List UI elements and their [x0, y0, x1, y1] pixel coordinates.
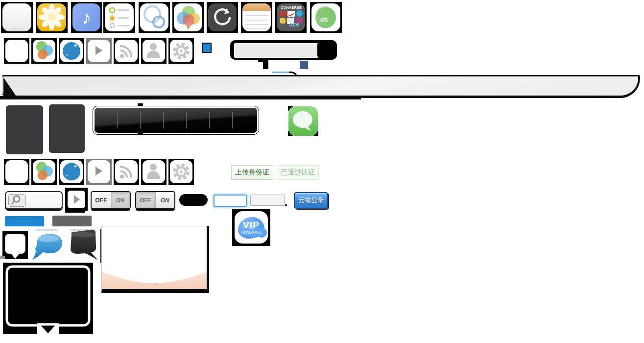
notes-line	[245, 24, 268, 25]
black-tooltip-bubble	[3, 263, 93, 336]
navy-square-swatch	[300, 61, 308, 69]
segment-divider	[232, 112, 233, 128]
vip-title: VIP	[243, 220, 260, 231]
chat-bubbles-icon	[174, 3, 202, 31]
small-icon-bluesphere[interactable]	[59, 38, 84, 64]
reminders-list-icon	[105, 3, 134, 31]
app-icon-sync[interactable]	[207, 2, 238, 33]
small-icon-rss[interactable]	[114, 38, 139, 64]
blue-rect-swatch[interactable]	[5, 216, 44, 226]
messages-bubble-icon	[288, 106, 318, 136]
segment-divider	[140, 112, 141, 128]
play-button[interactable]	[68, 191, 85, 208]
search-input[interactable]	[234, 43, 318, 58]
small-icon-rss[interactable]	[114, 159, 139, 185]
verified-badge: 已通过认证	[277, 165, 319, 180]
small-icon-play[interactable]	[86, 159, 112, 185]
white-bubble-cell	[2, 231, 28, 259]
dot-decoration	[18, 28, 20, 30]
toggle-off-label: OFF	[140, 197, 151, 204]
flower-petals-icon	[37, 3, 66, 31]
sprite-sheet-canvas: ♪	[0, 0, 644, 343]
blue-square-swatch[interactable]	[202, 43, 212, 53]
app-icon-blank[interactable]	[1, 2, 33, 33]
vip-badge[interactable]: VIP INTEGRAL	[235, 211, 268, 244]
refresh-arrows-icon	[208, 3, 237, 31]
upload-id-button[interactable]: 上传身份证	[231, 165, 273, 180]
brand-collage-icon: CONVERSE ace	[277, 3, 305, 31]
play-triangle-icon	[74, 195, 80, 204]
black-dash	[65, 211, 85, 213]
app-icon-notes[interactable]	[241, 2, 272, 33]
rss-icon	[115, 40, 138, 62]
toolbar-shadow-strip	[0, 96, 361, 99]
small-icon-gear[interactable]	[168, 38, 194, 64]
small-icon-play[interactable]	[86, 38, 112, 64]
toggle-on-side[interactable]: ON	[155, 192, 175, 208]
gray-rect-swatch[interactable]	[52, 216, 92, 226]
game-center-circles-icon	[33, 160, 55, 183]
blue-speech-bubble-icon[interactable]	[30, 231, 66, 262]
toggle-on-side[interactable]: ON	[111, 192, 130, 208]
play-icon	[88, 160, 110, 183]
list-line	[118, 17, 129, 19]
app-icon-reminders[interactable]	[103, 2, 135, 33]
search-bar[interactable]	[230, 40, 337, 60]
toggle-on-label: ON	[161, 197, 169, 204]
bubble-cluster-icon	[174, 3, 202, 31]
blank-app-icon	[2, 3, 31, 31]
vip-badge-cell: VIP INTEGRAL	[232, 209, 270, 246]
user-body	[147, 171, 160, 179]
white-speech-bubble-icon[interactable]	[5, 234, 25, 254]
black-speech-bubble-icon[interactable]	[67, 229, 99, 262]
user-head	[150, 43, 157, 50]
app-icon-photos[interactable]	[36, 2, 68, 33]
toggle-off-side[interactable]: OFF	[92, 192, 111, 208]
fragment-bar	[263, 62, 268, 69]
search-input-field[interactable]	[5, 191, 63, 209]
small-icon-gear[interactable]	[168, 159, 194, 185]
collage-pink-block	[296, 18, 302, 23]
small-icon-gamecenter[interactable]	[31, 38, 57, 64]
user-head	[150, 164, 157, 171]
toggle-switch-off[interactable]: OFF ON	[91, 191, 131, 209]
toggle-switch-on[interactable]: OFF ON	[135, 191, 175, 209]
app-icon-chat-cluster[interactable]	[172, 2, 204, 33]
segment-divider	[186, 112, 187, 128]
toggle-off-side[interactable]: OFF	[136, 192, 155, 208]
text-input[interactable]	[250, 195, 285, 206]
toggle-off-label: OFF	[95, 197, 107, 204]
blue-sphere-icon	[60, 160, 83, 183]
small-icon-blank[interactable]	[4, 38, 29, 64]
app-icon-activity[interactable]	[139, 2, 170, 33]
xls-label: .xls	[318, 16, 328, 23]
collage-red-block	[280, 11, 286, 16]
peach-wave	[102, 270, 207, 289]
segment-divider	[163, 112, 164, 128]
toolbar-left-wedge	[3, 77, 16, 96]
upload-id-label: 上传身份证	[235, 168, 269, 177]
focused-input[interactable]	[214, 195, 247, 207]
play-button-cell[interactable]	[65, 188, 88, 211]
game-center-circles-icon	[33, 40, 55, 62]
magnifier-button[interactable]	[8, 194, 26, 207]
charcoal-card	[6, 105, 43, 154]
small-icon-blank[interactable]	[4, 159, 29, 185]
collage-converse-label: CONVERSE	[281, 6, 302, 9]
segment-divider	[209, 112, 210, 128]
small-icon-gamecenter[interactable]	[31, 159, 57, 185]
small-icon-user[interactable]	[141, 159, 167, 185]
gear-icon	[170, 160, 192, 183]
sync-refresh-icon	[208, 3, 237, 31]
cloud-login-button[interactable]: 云端登录	[294, 192, 328, 209]
small-icon-bluesphere[interactable]	[59, 159, 84, 185]
app-icon-brands[interactable]: CONVERSE ace	[275, 2, 307, 33]
search-button[interactable]	[317, 43, 333, 57]
app-icon-xls[interactable]: .xls	[310, 2, 342, 33]
messages-app-icon[interactable]	[288, 106, 318, 136]
small-icon-user[interactable]	[141, 38, 167, 64]
segmented-toolbar[interactable]	[93, 106, 259, 134]
cloud-login-label: 云端登录	[298, 196, 324, 205]
notes-line	[245, 28, 268, 29]
app-icon-music[interactable]: ♪	[71, 2, 102, 33]
